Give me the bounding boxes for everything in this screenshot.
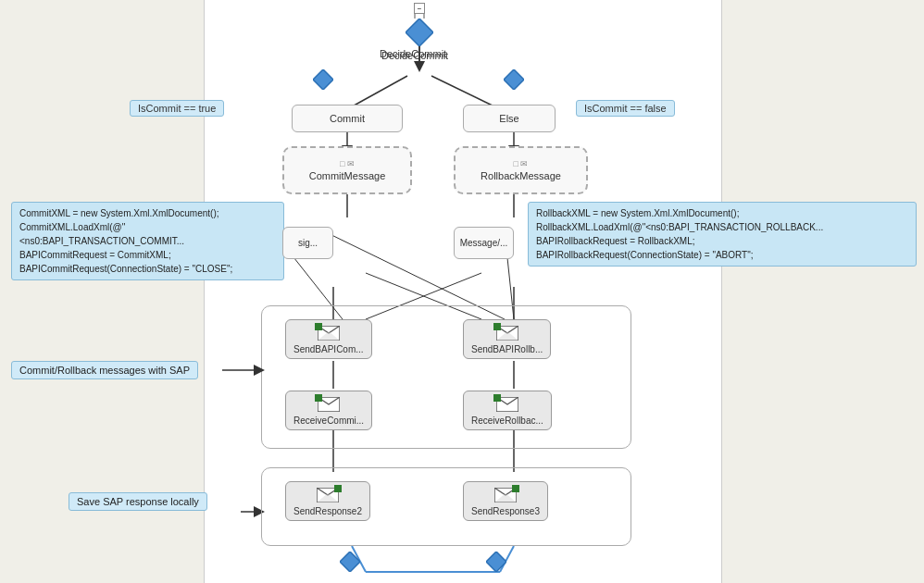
commit-code-line3: BAPICommitRequest = CommitXML;	[19, 248, 276, 262]
commit-message-node[interactable]: □ ✉ CommitMessage	[282, 146, 412, 194]
receive-commit-green-sq	[315, 394, 322, 402]
svg-marker-27	[313, 69, 333, 90]
send-response3-node[interactable]: SendResponse3	[463, 481, 548, 521]
bottom-right-diamond	[486, 552, 506, 574]
receive-rollback-green-sq	[493, 394, 501, 402]
svg-marker-28	[504, 69, 524, 90]
rollback-code-line2: RollbackXML.LoadXml(@"<ns0:BAPI_TRANSACT…	[536, 220, 908, 234]
send-response2-node[interactable]: SendResponse2	[285, 481, 370, 521]
else-node[interactable]: Else	[463, 105, 556, 132]
send-bapi-commit-node[interactable]: SendBAPICom...	[285, 319, 372, 359]
send-bapi-rollback-node[interactable]: SendBAPIRollb...	[463, 319, 551, 359]
message-a-node[interactable]: Message/...	[454, 227, 514, 259]
workflow-canvas: − DecideCommit IsCommit == true Commit E…	[0, 0, 924, 583]
is-commit-true-label: IsCommit == true	[130, 100, 224, 117]
svg-marker-44	[486, 552, 506, 572]
send-bapi-commit-green-sq	[315, 323, 322, 330]
commit-branch-diamond	[313, 69, 333, 90]
receive-commit-node[interactable]: ReceiveCommi...	[285, 391, 372, 430]
commit-node[interactable]: Commit	[292, 105, 403, 132]
commit-code-box: CommitXML = new System.Xml.XmlDocument()…	[11, 202, 284, 280]
rollback-message-node[interactable]: □ ✉ RollbackMessage	[454, 146, 588, 194]
else-branch-diamond	[504, 69, 524, 90]
send-bapi-rollback-green-sq	[493, 323, 501, 330]
decide-commit-text: DecideCommit	[381, 50, 448, 61]
bottom-left-diamond	[340, 552, 360, 574]
commit-code-line4: BAPICommitRequest(ConnectionState) = "CL…	[19, 262, 276, 276]
receive-rollback-node[interactable]: ReceiveRollbac...	[463, 391, 552, 430]
collapse-control[interactable]: −	[414, 3, 425, 14]
save-sap-label: Save SAP response locally	[69, 492, 207, 511]
sig-node[interactable]: sig...	[282, 227, 333, 259]
rollback-code-line1: RollbackXML = new System.Xml.XmlDocument…	[536, 206, 908, 220]
commit-rollback-label: Commit/Rollback messages with SAP	[11, 361, 198, 379]
svg-marker-26	[406, 19, 433, 46]
send-response2-green-sq	[334, 485, 342, 492]
is-commit-false-label: IsCommit == false	[576, 100, 675, 117]
decide-commit-diamond	[406, 19, 433, 46]
rollback-code-box: RollbackXML = new System.Xml.XmlDocument…	[528, 202, 917, 267]
rollback-code-line3: BAPIRollbackRequest = RollbackXML;	[536, 234, 908, 248]
svg-marker-43	[340, 552, 360, 572]
commit-code-line1: CommitXML = new System.Xml.XmlDocument()…	[19, 206, 276, 220]
send-response3-green-sq	[512, 485, 519, 492]
rollback-code-line4: BAPIRollbackRequest(ConnectionState) = "…	[536, 248, 908, 262]
commit-code-line2: CommitXML.LoadXml(@"<ns0:BAPI_TRANSACTIO…	[19, 220, 276, 248]
